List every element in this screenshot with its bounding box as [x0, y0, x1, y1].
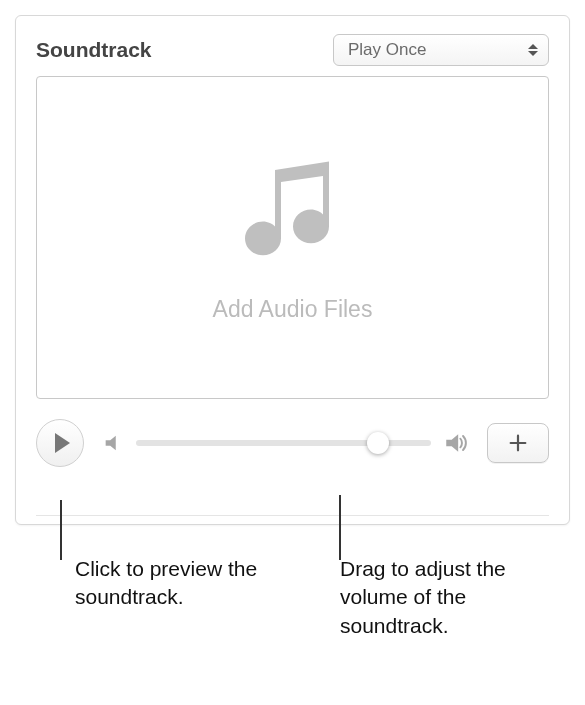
callout-volume-slider: Drag to adjust the volume of the soundtr… [340, 555, 560, 640]
soundtrack-panel: Soundtrack Play Once Add Audio Files [15, 15, 570, 525]
volume-low-icon [102, 432, 124, 454]
callout-leader-play [60, 500, 62, 560]
play-icon [55, 433, 70, 453]
volume-slider-thumb[interactable] [367, 432, 389, 454]
callout-play-preview: Click to preview the soundtrack. [75, 555, 265, 612]
popup-chevrons-icon [528, 44, 538, 56]
dropzone-placeholder: Add Audio Files [213, 296, 373, 323]
add-audio-button[interactable] [487, 423, 549, 463]
soundtrack-controls [36, 419, 549, 467]
repeat-mode-popup[interactable]: Play Once [333, 34, 549, 66]
play-preview-button[interactable] [36, 419, 84, 467]
plus-icon [507, 432, 529, 454]
panel-divider [36, 515, 549, 516]
section-title: Soundtrack [36, 38, 152, 62]
callout-leader-volume [339, 495, 341, 560]
volume-slider[interactable] [136, 440, 431, 446]
soundtrack-header: Soundtrack Play Once [36, 34, 549, 66]
repeat-mode-value: Play Once [348, 40, 426, 60]
audio-dropzone[interactable]: Add Audio Files [36, 76, 549, 399]
volume-control [98, 430, 473, 456]
music-note-icon [233, 152, 353, 272]
volume-high-icon [443, 430, 469, 456]
